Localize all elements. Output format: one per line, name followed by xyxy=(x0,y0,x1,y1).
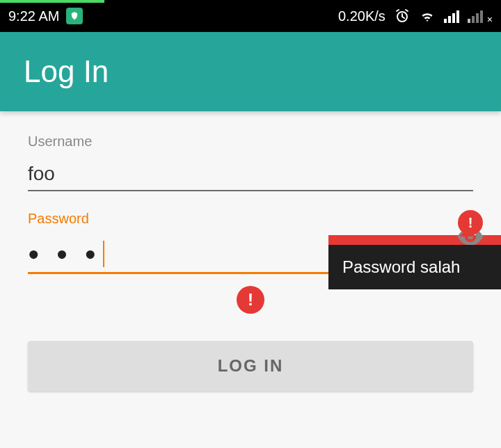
text-cursor xyxy=(103,241,104,267)
username-label: Username xyxy=(28,134,473,150)
app-bar: Log In xyxy=(0,32,501,111)
page-title: Log In xyxy=(24,54,109,89)
username-input-wrap[interactable] xyxy=(28,158,473,191)
password-input[interactable]: ● ● ● xyxy=(28,243,102,265)
tooltip-message: Password salah xyxy=(328,245,501,289)
no-sim-icon: × xyxy=(487,14,493,25)
login-button[interactable]: LOG IN xyxy=(28,341,473,391)
security-app-icon xyxy=(66,8,83,24)
username-input[interactable] xyxy=(28,163,473,185)
error-tooltip: ! Password salah xyxy=(328,235,501,289)
error-badge-mid: ! xyxy=(237,286,264,314)
username-field: Username xyxy=(28,134,473,191)
alarm-icon xyxy=(394,8,411,24)
status-time: 9:22 AM xyxy=(8,8,59,24)
error-icon: ! xyxy=(237,286,264,314)
running-indicator xyxy=(0,0,104,3)
tooltip-arrow xyxy=(459,228,476,237)
status-data-speed: 0.20K/s xyxy=(338,8,385,24)
signal-icon-2 xyxy=(468,9,483,23)
status-bar: 9:22 AM 0.20K/s × xyxy=(0,0,501,32)
signal-icon-1 xyxy=(444,9,459,23)
wifi-icon xyxy=(419,8,436,24)
password-label: Password xyxy=(28,211,473,227)
